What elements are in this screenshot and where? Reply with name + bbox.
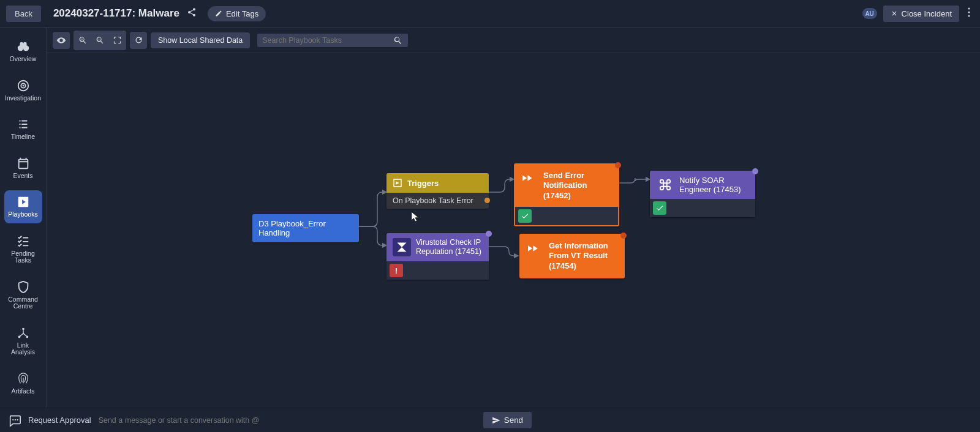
node-notify-soar-label: Notify SOAR Engineer (17453) (679, 176, 749, 194)
sidebar-item-events[interactable]: Events (4, 152, 42, 185)
shield-icon (17, 280, 30, 294)
sidebar: Overview Investigation Timeline Events P… (0, 28, 47, 408)
status-strip: ! (386, 261, 489, 280)
more-menu-icon[interactable] (964, 5, 974, 22)
search-wrap (257, 34, 408, 47)
node-triggers[interactable]: Triggers On Playbook Task Error (386, 173, 489, 209)
send-button[interactable]: Send (483, 412, 532, 428)
sidebar-item-link-analysis[interactable]: Link Analysis (4, 321, 42, 361)
node-triggers-body: On Playbook Task Error (386, 193, 489, 209)
sidebar-label-link-analysis: Link Analysis (6, 342, 41, 356)
sidebar-label-overview: Overview (10, 56, 37, 63)
fingerprint-icon (17, 372, 30, 385)
node-send-error[interactable]: Send Error Notification (17452) (514, 163, 619, 226)
footer-chat: Request Approval Send (0, 408, 980, 432)
graph-icon (17, 326, 30, 340)
sidebar-label-timeline: Timeline (11, 133, 35, 141)
trigger-icon (393, 178, 402, 188)
svg-point-13 (12, 419, 13, 420)
close-incident-button[interactable]: Close Incident (883, 6, 959, 22)
fit-button[interactable] (109, 32, 125, 49)
sidebar-item-artifacts[interactable]: Artifacts (4, 367, 42, 400)
zoom-group (74, 31, 126, 50)
visibility-button[interactable] (53, 32, 70, 49)
node-root-label: D3 Playbook_Error Handling (258, 219, 353, 237)
sidebar-item-overview[interactable]: Overview (4, 35, 42, 68)
node-notify-soar[interactable]: Notify SOAR Engineer (17453) (650, 171, 755, 217)
node-vt-result-label: Get Information From VT Result (17454) (549, 241, 616, 271)
chat-input[interactable] (99, 416, 483, 425)
calendar-icon (17, 157, 30, 170)
show-local-button[interactable]: Show Local Shared Data (151, 32, 250, 48)
status-success-icon (653, 201, 666, 215)
edit-tags-button[interactable]: Edit Tags (208, 6, 266, 21)
node-vt-check-label: Virustotal Check IP Reputation (17451) (416, 238, 483, 256)
eye-icon (56, 35, 66, 45)
node-vt-result[interactable]: Get Information From VT Result (17454) (519, 234, 625, 278)
request-approval-label[interactable]: Request Approval (28, 415, 91, 425)
timeline-icon (17, 117, 30, 131)
share-icon[interactable] (187, 7, 197, 20)
zoom-in-icon (78, 35, 88, 45)
sidebar-label-events: Events (13, 173, 32, 180)
back-button[interactable]: Back (6, 6, 41, 22)
page-header: Back 20240327-11717: Malware Edit Tags A… (0, 0, 980, 28)
avatar[interactable]: AU (862, 8, 877, 19)
node-vt-check[interactable]: Virustotal Check IP Reputation (17451) ! (386, 233, 489, 280)
canvas-toolbar: Show Local Shared Data (47, 28, 980, 53)
sidebar-label-command-centre: Command Centre (6, 296, 41, 310)
send-label: Send (504, 415, 523, 425)
svg-point-15 (17, 419, 18, 420)
playbook-canvas[interactable]: D3 Playbook_Error Handling Triggers On P… (47, 53, 980, 408)
status-error-icon: ! (390, 264, 403, 277)
sidebar-label-investigation: Investigation (5, 95, 41, 102)
zoom-out-button[interactable] (92, 32, 108, 49)
close-icon (891, 10, 898, 17)
refresh-button[interactable] (130, 32, 147, 49)
close-incident-label: Close Incident (902, 9, 952, 18)
sidebar-item-playbooks[interactable]: Playbooks (4, 190, 42, 223)
port-top (752, 168, 758, 174)
refresh-icon (134, 35, 143, 45)
target-icon (17, 79, 30, 92)
send-icon (492, 416, 500, 425)
node-root[interactable]: D3 Playbook_Error Handling (252, 214, 359, 242)
sidebar-label-playbooks: Playbooks (8, 211, 37, 218)
search-icon[interactable] (393, 35, 403, 45)
svg-point-6 (22, 328, 24, 330)
sidebar-item-timeline[interactable]: Timeline (4, 113, 42, 146)
status-strip (515, 207, 618, 225)
connection-lines (47, 53, 980, 408)
forward-icon (522, 173, 537, 184)
virustotal-icon (393, 238, 411, 256)
status-strip (650, 199, 755, 217)
playbooks-icon (17, 195, 30, 209)
incident-title: 20240327-11717: Malware (53, 7, 179, 20)
sidebar-item-investigation[interactable]: Investigation (4, 74, 42, 107)
node-send-error-label: Send Error Notification (17452) (543, 171, 611, 201)
sidebar-label-pending-tasks: Pending Tasks (6, 250, 41, 264)
port-out (484, 198, 490, 203)
port-top (486, 231, 492, 237)
svg-point-2 (968, 15, 970, 17)
port-err (620, 233, 627, 239)
svg-point-14 (15, 419, 16, 420)
command-icon (656, 176, 674, 194)
checklist-icon (17, 234, 30, 248)
port-err (615, 162, 621, 168)
binoculars-icon (17, 40, 30, 53)
sidebar-label-artifacts: Artifacts (12, 388, 35, 395)
sidebar-item-command-centre[interactable]: Command Centre (4, 275, 42, 315)
sidebar-item-pending-tasks[interactable]: Pending Tasks (4, 229, 42, 269)
svg-point-0 (968, 7, 970, 9)
search-input[interactable] (262, 36, 391, 45)
cursor-icon (411, 211, 420, 225)
node-triggers-label: Triggers (407, 179, 439, 188)
forward-icon (528, 243, 543, 254)
zoom-in-button[interactable] (75, 32, 91, 49)
pencil-icon (215, 10, 222, 17)
fit-icon (113, 35, 122, 45)
chat-icon[interactable] (7, 413, 22, 428)
zoom-out-icon (96, 35, 105, 45)
svg-point-1 (968, 11, 970, 13)
